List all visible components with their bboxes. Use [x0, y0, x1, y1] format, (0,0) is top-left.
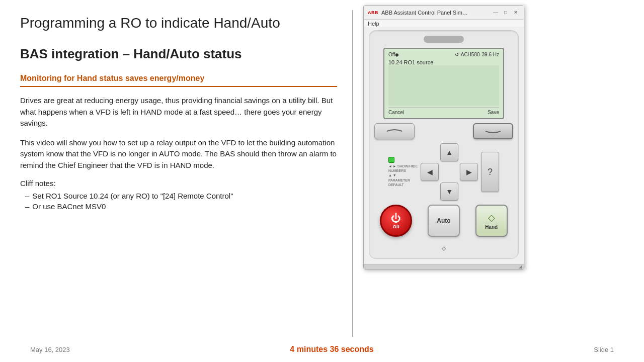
footer-date: May 16, 2023	[30, 346, 70, 353]
hand-label: Hand	[485, 224, 498, 230]
bullet-item-1: – Set RO1 Source 10.24 (or any RO) to "[…	[25, 192, 337, 200]
hand-button[interactable]: ◇ Hand	[475, 205, 508, 237]
sim-window: ABB ABB Assistant Control Panel Sim… — □…	[363, 5, 524, 269]
maximize-button[interactable]: □	[502, 9, 510, 17]
screen-param: 10.24 RO1 source	[388, 59, 499, 65]
nav-empty-tr	[460, 143, 478, 161]
vertical-divider	[352, 10, 353, 337]
control-panel-device: Off◆ ↺ ACH580 39.6 Hz 10.24 RO1 source C…	[369, 30, 519, 259]
nav-right-button[interactable]: ▶	[460, 163, 478, 181]
nav-empty-br	[460, 183, 478, 201]
screen-cancel[interactable]: Cancel	[388, 110, 404, 115]
nav-down-button[interactable]: ▼	[440, 183, 458, 201]
content-area: Programming a RO to indicate Hand/Auto B…	[0, 0, 644, 337]
bullet-text-2: Or use BACnet MSV0	[32, 202, 106, 211]
window-menubar: Help	[364, 20, 524, 28]
body-paragraph1: Drives are great at reducing energy usag…	[20, 95, 337, 129]
screen-action-bar: Cancel Save	[388, 108, 499, 115]
nav-pad: ▲ ◀ ▶ ▼	[421, 143, 478, 201]
screen-content	[388, 65, 499, 106]
section-title: BAS integration – Hand/Auto status	[20, 46, 337, 62]
nav-cluster: ◄ ► SHOW/HIDE NUMBERS ▲ ▼ PARAMETER DEFA…	[388, 143, 499, 201]
bullet-dash-1: –	[25, 192, 29, 200]
auto-button[interactable]: Auto	[428, 205, 460, 237]
main-title: Programming a RO to indicate Hand/Auto	[20, 15, 337, 31]
device-screen: Off◆ ↺ ACH580 39.6 Hz 10.24 RO1 source C…	[383, 48, 504, 119]
device-handle	[424, 36, 464, 43]
bullet-dash-2: –	[25, 202, 29, 211]
nav-labels: ◄ ► SHOW/HIDE NUMBERS ▲ ▼ PARAMETER DEFA…	[388, 164, 418, 187]
minimize-button[interactable]: —	[492, 9, 500, 17]
screen-status-off: Off◆	[388, 52, 399, 57]
menu-help[interactable]: Help	[368, 21, 379, 27]
control-buttons-row: ⏻ Off Auto ◇ Hand	[374, 205, 513, 237]
window-title: ABB Assistant Control Panel Sim…	[381, 10, 489, 16]
screen-freq: 39.6 Hz	[482, 52, 499, 57]
nav-left-panel: ◄ ► SHOW/HIDE NUMBERS ▲ ▼ PARAMETER DEFA…	[388, 157, 418, 187]
screen-model-info: ↺ ACH580 39.6 Hz	[455, 52, 499, 57]
highlight-heading: Monitoring for Hand status saves energy/…	[20, 74, 337, 87]
off-icon: ⏻	[391, 213, 401, 224]
nav-center	[440, 163, 458, 181]
help-button[interactable]: ?	[481, 152, 499, 192]
close-button[interactable]: ✕	[512, 9, 520, 17]
auto-label: Auto	[437, 217, 450, 224]
window-controls: — □ ✕	[492, 9, 520, 17]
screen-status-left: Off◆	[388, 52, 399, 57]
led-indicator	[388, 157, 394, 163]
right-content: ABB ABB Assistant Control Panel Sim… — □…	[358, 10, 529, 337]
slide-area: Programming a RO to indicate Hand/Auto B…	[0, 0, 644, 362]
soft-key-right[interactable]	[473, 123, 513, 139]
nav-empty-tl	[421, 143, 439, 161]
slide-footer: May 16, 2023 4 minutes 36 seconds Slide …	[0, 337, 644, 362]
soft-keys-row	[374, 123, 513, 139]
screen-save[interactable]: Save	[488, 110, 499, 115]
nav-left-button[interactable]: ◀	[421, 163, 439, 181]
bullet-item-2: – Or use BACnet MSV0	[25, 202, 337, 211]
cliff-notes-title: Cliff notes:	[20, 179, 337, 188]
nav-up-button[interactable]: ▲	[440, 143, 458, 161]
footer-slide: Slide 1	[594, 346, 614, 353]
bullet-text-1: Set RO1 Source 10.24 (or any RO) to "[24…	[32, 192, 233, 200]
abb-logo: ABB	[368, 10, 378, 15]
off-button[interactable]: ⏻ Off	[380, 205, 412, 237]
usb-port: ⬦	[441, 242, 447, 253]
off-label: Off	[393, 224, 399, 229]
footer-duration: 4 minutes 36 seconds	[290, 345, 373, 354]
resize-handle: ◢	[519, 264, 522, 269]
screen-icon: ↺	[455, 52, 459, 57]
window-bottombar: ◢	[364, 264, 524, 269]
hand-icon: ◇	[488, 212, 495, 223]
screen-model: ACH580	[461, 52, 480, 57]
nav-empty-bl	[421, 183, 439, 201]
screen-status-bar: Off◆ ↺ ACH580 39.6 Hz	[388, 52, 499, 57]
body-paragraph2: This video will show you how to set up a…	[20, 137, 337, 171]
window-titlebar: ABB ABB Assistant Control Panel Sim… — □…	[364, 6, 524, 20]
soft-key-left[interactable]	[374, 123, 415, 139]
left-content: Programming a RO to indicate Hand/Auto B…	[20, 10, 347, 337]
